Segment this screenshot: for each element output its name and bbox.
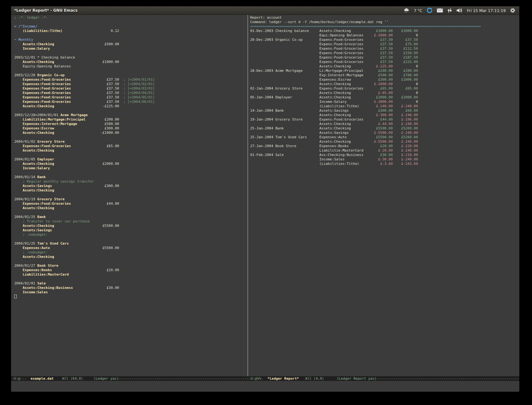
text-segment: £150.00 [393,51,418,55]
text-segment: 2003/12/20 [14,73,37,77]
report-row: (Liabilities:Tithe) £-3.60 £-243.60 [250,162,519,166]
posting-line: Liabilities:Mortgage:Principal £200.00 [14,117,248,122]
posting-line: Assets:Savings £300.00 [14,184,248,188]
clock[interactable]: Fri 15 Mar 17:11:19 [467,8,506,13]
modeline-file-buffer[interactable]: -U:@--- example.dat All (64,0) (Ledger y… [11,376,248,381]
modelines: -U:@--- example.dat All (64,0) (Ledger y… [11,376,519,381]
report-row: 02-Jan-2004 Grocery Store Expens:Food:Gr… [250,86,519,91]
transaction-line: 2004/01/25 Tom's Used Cars [14,241,248,246]
title-bar[interactable]: *Ledger Report* - GNU Emacs 7 °C [11,6,519,15]
text-segment: £5260.00 [393,135,418,139]
text-segment: £37.50 [71,78,119,82]
modeline-filler: ----------------------------------------… [119,377,248,381]
text-segment: ; [=2004/06/01] [119,100,155,104]
posting-line: Expenses:Food:Groceries £37.50 ; [=2004/… [14,95,248,100]
text-segment: £500.00 [77,122,119,126]
posting-line: Liabilities:MasterCard [14,272,248,277]
posting-line: Assets:Checking £5500.00 [14,224,248,228]
text-segment: £-240.00 [393,104,418,108]
text-segment: Grocery Store [37,140,65,144]
text-segment: Book Store [37,264,58,268]
text-segment: £-2000.00 [368,100,393,104]
text-segment: Liabilities:MasterCard [14,272,69,277]
transaction-line: 2003/12/28=2004/01/01 Acme Mortgage [14,113,248,117]
posting-line: Expenses:Escrow £300.00 [14,126,248,131]
text-segment: £37.50 [71,100,119,104]
posting-line: Expenses:Food:Groceries £37.50 ; [=2004/… [14,86,248,91]
transaction-line: 2003/12/01 * Checking balance [14,55,248,60]
text-segment: £700.00 [393,73,418,77]
refresh-icon[interactable] [427,8,433,14]
blank-line [14,51,248,55]
temperature-label: 7 °C [414,8,422,13]
text-segment: Equity:Opening Balances [14,64,71,68]
report-row: Assets:Checking £-300.00 £-240.00 [250,113,519,117]
posting-line: Assets:Checking [14,188,248,193]
text-segment: £37.50 [71,91,119,95]
text-segment: £5500.00 [54,224,119,228]
report-row: 25-Jan-2004 Bank Assets:Checking £5500.0… [250,126,519,131]
text-segment: Assets:Checking [14,188,54,192]
ledger-file-buffer[interactable]: ; -*- ledger -*-= /^Income/ (Liabilities… [11,15,248,376]
text-segment: Assets:Checking [250,91,368,95]
blank-line [14,135,248,140]
text-segment: £1000.00 [393,78,418,82]
transaction-line: 2003/12/20 Organic Co-op [14,73,248,78]
modeline-text: All (4,0) (Ledger Report yas) [299,377,377,381]
settings-gear-icon[interactable] [510,8,516,13]
mail-icon[interactable] [437,8,443,13]
report-row: Assets:Checking £-44.00 £-240.00 [250,122,519,126]
posting-line: Equity:Opening Balances [14,64,248,69]
frame-content: ; -*- ledger -*-= /^Income/ (Liabilities… [11,15,519,376]
posting-line: Income:Salary [14,47,248,51]
text-segment: 0 [393,91,418,95]
text-segment: Organic Co-op [37,73,65,77]
text-segment: £75.00 [393,42,418,46]
text-segment: -£1000.00 [54,131,119,135]
modeline-filler: ----------------------------------------… [377,377,519,381]
text-segment: Income:Salary [250,100,368,104]
text-segment: Assets:Checking [250,122,368,126]
text-segment: Command: ledger --sort d -f /home/borbus… [250,20,389,24]
blank-line [14,259,248,264]
text-segment: Exp:Interest:Mortgage [250,73,368,77]
volume-icon[interactable] [456,8,463,13]
text-segment: ; :nobudget: [14,250,48,254]
buffer-name: example.dat [31,377,54,381]
text-segment: £-220.00 [393,144,418,148]
text-segment: £-3.60 [368,162,393,166]
text-segment: £-65.00 [368,91,393,95]
text-segment: £-196.00 [393,117,418,122]
text-segment: Expenses:Food:Groceries [14,78,71,82]
posting-line: Expenses:Books £20.00 [14,268,248,272]
text-segment: £-1000.00 [368,33,393,37]
weather-cloud-icon[interactable] [403,8,410,13]
text-segment: £2000.00 [368,95,393,99]
text-segment: £65.00 [368,86,393,90]
text-segment: Assets:Checking [250,113,368,117]
text-segment: Expenses:Food:Groceries [14,100,71,104]
report-row: (Liabilities:Tithe) £-240.00 £-240.00 [250,104,519,109]
report-row: Assets:Checking £-1000.00 0 [250,82,519,86]
ledger-report-buffer[interactable]: Report: accountCommand: ledger --sort d … [248,15,519,376]
text-segment: £37.50 [368,51,393,55]
posting-line: Assets:Checking £2000.00 [14,162,248,166]
text-segment: Expens:Food:Groceries [250,55,368,59]
modeline-text: All (64,0) (Ledger yas) [54,377,118,381]
modeline-text: -U:@--- [12,377,31,381]
network-arrows-icon[interactable] [447,8,452,13]
blank-line [14,277,248,281]
text-segment: ; -*- ledger -*- [14,16,48,20]
text-segment: £-240.00 [368,104,393,108]
desktop: { "colors":{ "bg":"#3b3b3b","fg":"#dcdcc… [0,0,532,405]
text-segment: 01-Feb-2004 Sale Ass:Checking:Business [250,153,368,157]
blank-line [14,69,248,73]
text-segment: (Liabilities:Tithe) [250,162,368,166]
text-segment: Assets:Checking [14,131,54,135]
text-segment: 02-Jan-2004 Grocery Store Expens:Food:Gr… [250,86,368,90]
text-segment: Grocery Store [37,197,65,201]
text-segment: 0 [393,82,418,86]
text-segment: Bank [37,175,46,179]
echo-area[interactable] [11,381,519,392]
modeline-report-buffer[interactable]: -U:@%%- *Ledger Report* All (4,0) (Ledge… [248,376,519,381]
